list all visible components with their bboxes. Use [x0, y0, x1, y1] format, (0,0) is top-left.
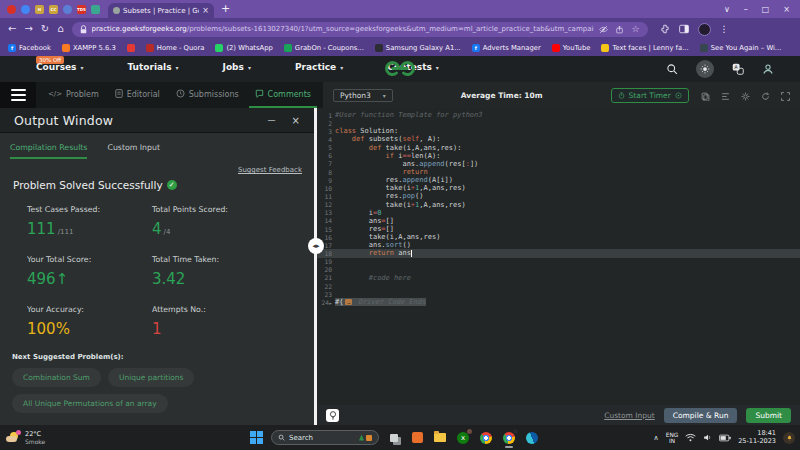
file-explorer-icon[interactable] [433, 431, 447, 445]
code-line[interactable]: 21 #code here [317, 274, 800, 282]
suggest-feedback-link[interactable]: Suggest Feedback [238, 166, 302, 174]
notification-bell-icon[interactable] [783, 432, 795, 444]
code-line[interactable]: 20 [317, 266, 800, 274]
chrome-icon[interactable] [502, 431, 516, 445]
tab-close-icon[interactable]: × [202, 6, 209, 15]
pinned-tab-icon[interactable] [91, 5, 100, 14]
bookmark-item[interactable]: (2) WhatsApp [215, 44, 272, 52]
reset-icon[interactable] [761, 86, 770, 105]
start-button[interactable] [250, 431, 263, 444]
pinned-tab-icon[interactable]: CC [49, 5, 58, 14]
suggested-problem-chip[interactable]: Combination Sum [12, 368, 101, 387]
code-line[interactable]: 7 ans.append(res[:]) [317, 160, 800, 168]
pinned-tab-icon[interactable] [63, 5, 72, 14]
code-line[interactable]: 9 res.append(A[i]) [317, 176, 800, 184]
bookmark-item[interactable]: YouTube [552, 44, 591, 52]
suggested-problem-chip[interactable]: Unique partitions [108, 368, 195, 387]
bookmark-item[interactable]: Home - Quora [146, 44, 205, 52]
start-timer-button[interactable]: Start Timer [611, 88, 689, 103]
app-orange-icon[interactable] [410, 431, 424, 445]
output-tab-compilation-results[interactable]: Compilation Results [10, 143, 87, 159]
minimize-icon[interactable]: — [268, 116, 276, 125]
pinned-tab-icon[interactable]: TDS [77, 5, 86, 14]
code-fold-badge[interactable]: … [345, 299, 352, 305]
settings-gear-icon[interactable] [741, 86, 750, 105]
minimize-icon[interactable]: – [744, 5, 748, 14]
language-indicator[interactable]: ENGIN [666, 432, 679, 444]
tab-editorial[interactable]: Editorial [109, 82, 166, 108]
bookmark-item[interactable]: fFacebook [8, 44, 51, 52]
taskbar-weather[interactable]: 22°C Smoke [6, 430, 45, 445]
chrome-icon[interactable] [479, 431, 493, 445]
close-icon[interactable]: × [783, 5, 790, 14]
wifi-icon[interactable] [685, 433, 696, 442]
nav-item-courses[interactable]: Courses▾ [36, 62, 83, 72]
submit-button[interactable]: Submit [746, 408, 791, 423]
bookmark-star-icon[interactable]: ☆ [631, 24, 639, 34]
tab-submissions[interactable]: Submissions [170, 82, 245, 108]
suggested-problem-chip[interactable]: All Unique Permutations of an array [12, 394, 168, 413]
home-icon[interactable]: ⌂ [57, 24, 63, 34]
forward-icon[interactable]: → [24, 24, 32, 34]
code-editor[interactable]: 1#User function Template for python323cl… [317, 108, 800, 405]
copy-icon[interactable] [701, 86, 710, 105]
password-eye-off-icon[interactable] [599, 25, 608, 34]
sidebar-toggle-button[interactable] [0, 82, 36, 108]
browser-menu-icon[interactable]: ⋮ [720, 24, 729, 34]
back-icon[interactable]: ← [8, 24, 16, 34]
code-line[interactable]: 5 def take(i,A,ans,res): [317, 144, 800, 152]
bookmark-item[interactable]: fAdverts Manager [472, 44, 541, 52]
bookmark-item[interactable]: See You Again – Wi... [700, 44, 782, 52]
address-bar[interactable]: practice.geeksforgeeks.org/problems/subs… [72, 22, 648, 37]
reload-icon[interactable]: ↻ [41, 24, 49, 34]
new-tab-button[interactable]: + [221, 4, 230, 14]
pinned-tab-icon[interactable] [7, 5, 16, 14]
xbox-icon[interactable]: x [456, 431, 470, 445]
profile-icon[interactable] [762, 63, 774, 75]
code-line[interactable]: 13 i=0 [317, 209, 800, 217]
code-line[interactable]: 17 ans.sort() [317, 241, 800, 249]
extensions-icon[interactable] [660, 24, 670, 34]
tab-problem[interactable]: </>Problem [42, 82, 105, 108]
code-line[interactable]: 18 return ans [317, 249, 800, 257]
tab-comments[interactable]: Comments [249, 82, 317, 108]
bookmark-item[interactable] [127, 44, 135, 52]
code-line[interactable]: 6 if i==len(A): [317, 152, 800, 160]
hint-bulb-button[interactable] [326, 409, 339, 422]
share-icon[interactable] [615, 25, 624, 34]
code-line[interactable]: 1#User function Template for python3 [317, 111, 800, 119]
code-line[interactable]: 15 res=[] [317, 225, 800, 233]
taskbar-clock[interactable]: 18:41 25-11-2023 [738, 430, 776, 445]
code-line[interactable]: 19 [317, 258, 800, 266]
bookmark-item[interactable]: XAMPP 5.6.3 [62, 44, 116, 52]
code-line[interactable]: 16 take(i,A,ans,res) [317, 233, 800, 241]
nav-item-jobs[interactable]: Jobs▾ [223, 62, 251, 72]
code-line[interactable]: 24▸#{… Driver Code Ends [317, 298, 800, 306]
translate-icon[interactable]: A [732, 63, 744, 75]
search-icon[interactable] [666, 63, 678, 75]
battery-icon[interactable] [719, 434, 731, 442]
nav-item-tutorials[interactable]: Tutorials▾ [127, 62, 178, 72]
tab-search-icon[interactable]: ∨ [724, 5, 730, 14]
code-line[interactable]: 12 take(i+1,A,ans,res) [317, 201, 800, 209]
code-line[interactable]: 2 [317, 119, 800, 127]
pinned-tab-icon[interactable] [21, 5, 30, 14]
hidden-icons-chevron[interactable]: ∧ [654, 434, 659, 442]
code-line[interactable]: 14 ans=[] [317, 217, 800, 225]
code-line[interactable]: 10 take(i+1,A,ans,res) [317, 184, 800, 192]
output-tab-custom-input[interactable]: Custom Input [107, 143, 160, 159]
pinned-tab-icon[interactable]: H [35, 5, 44, 14]
bookmark-item[interactable]: GrabOn - Coupons... [284, 44, 364, 52]
custom-input-link[interactable]: Custom Input [604, 411, 655, 420]
edge-icon[interactable] [525, 431, 539, 445]
maximize-icon[interactable]: □ [762, 5, 770, 14]
stacked-windows-icon[interactable] [387, 431, 401, 445]
compile-run-button[interactable]: Compile & Run [664, 408, 738, 423]
code-line[interactable]: 4 def subsets(self, A): [317, 135, 800, 143]
side-panel-icon[interactable] [679, 24, 689, 34]
code-line[interactable]: 11 res.pop() [317, 192, 800, 200]
bookmark-item[interactable]: Samsung Galaxy A1... [375, 44, 461, 52]
code-line[interactable]: 8 return [317, 168, 800, 176]
profile-avatar[interactable] [698, 23, 711, 36]
code-line[interactable]: 3class Solution: [317, 127, 800, 135]
